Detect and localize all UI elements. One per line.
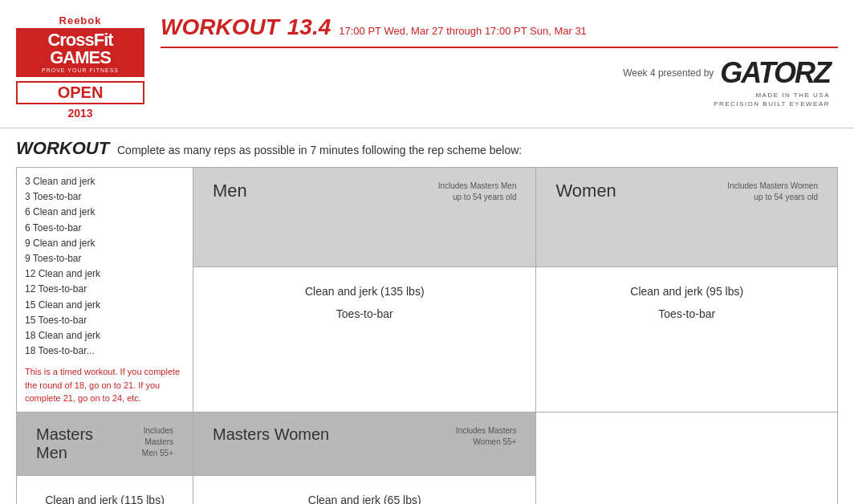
open-text: OPEN (16, 81, 144, 104)
workout-description: WORKOUT Complete as many reps as possibl… (0, 128, 854, 167)
workout-table: 3 Clean and jerk 3 Toes-to-bar 6 Clean a… (16, 167, 838, 504)
masters-women-header-inner: Masters Women Includes Masters Women 55+ (203, 419, 526, 454)
rep-scheme-note: This is a timed workout. If you complete… (25, 365, 185, 405)
table-header-row: 3 Clean and jerk 3 Toes-to-bar 6 Clean a… (17, 168, 838, 267)
workout-title-line: WORKOUT 13.4 17:00 PT Wed, Mar 27 throug… (161, 14, 838, 48)
logo-area: Reebok CrossFit GAMES PROVE YOUR FITNESS… (16, 14, 144, 120)
games-text: GAMES (24, 49, 136, 67)
men-content-cell: Clean and jerk (135 lbs) Toes-to-bar (193, 266, 536, 412)
week-presented-text: Week 4 presented by (623, 67, 714, 79)
women-exercise2: Toes-to-bar (544, 303, 829, 325)
women-category-note: Includes Masters Women up to 54 years ol… (727, 181, 818, 203)
men-exercise1: Clean and jerk (135 lbs) (201, 280, 527, 303)
list-item: 15 Toes-to-bar (25, 313, 185, 328)
women-category-name: Women (555, 181, 616, 201)
workout-desc-title: WORKOUT (16, 138, 109, 158)
list-item: 6 Toes-to-bar (25, 221, 185, 236)
workout-number: 13.4 (287, 14, 331, 40)
workout-header-area: WORKOUT 13.4 17:00 PT Wed, Mar 27 throug… (144, 14, 838, 108)
rep-scheme-column: 3 Clean and jerk 3 Toes-to-bar 6 Clean a… (17, 168, 193, 413)
men-header-cell: Men Includes Masters Men up to 54 years … (193, 168, 536, 267)
gatorz-logo: GATORZ (720, 56, 830, 90)
reebok-text: Reebok (16, 14, 144, 26)
list-item: 12 Toes-to-bar (25, 282, 185, 297)
masters-header-row: Masters Men Includes Masters Men 55+ Mas… (17, 412, 838, 475)
women-content-cell: Clean and jerk (95 lbs) Toes-to-bar (536, 266, 838, 412)
sponsor-area: Week 4 presented by GATORZ MADE IN THE U… (161, 56, 838, 108)
masters-men-header-inner: Masters Men Includes Masters Men 55+ (26, 419, 183, 469)
men-category-note: Includes Masters Men up to 54 years old (438, 181, 517, 203)
list-item: 12 Clean and jerk (25, 266, 185, 282)
masters-women-content-cell: Clean and jerk (65 lbs) Toes-to-bar (193, 475, 536, 504)
masters-men-category-name: Masters Men (36, 425, 119, 462)
masters-men-header-cell: Masters Men Includes Masters Men 55+ (17, 412, 193, 475)
men-header-inner: Men Includes Masters Men up to 54 years … (203, 174, 526, 209)
masters-men-category-note: Includes Masters Men 55+ (119, 425, 173, 459)
masters-women-header-cell: Masters Women Includes Masters Women 55+ (193, 412, 536, 475)
list-item: 15 Clean and jerk (25, 298, 185, 313)
workout-desc-text: Complete as many reps as possible in 7 m… (117, 144, 522, 156)
workout-date: 17:00 PT Wed, Mar 27 through 17:00 PT Su… (339, 25, 587, 37)
gatorz-sub-line2: PRECISION BUILT EYEWEAR (161, 100, 830, 108)
main-table-area: 3 Clean and jerk 3 Toes-to-bar 6 Clean a… (0, 167, 854, 504)
masters-women-category-note: Includes Masters Women 55+ (456, 425, 517, 448)
masters-men-exercise1: Clean and jerk (115 lbs) (25, 489, 185, 504)
rep-scheme-list: 3 Clean and jerk 3 Toes-to-bar 6 Clean a… (25, 174, 185, 359)
women-header-cell: Women Includes Masters Women up to 54 ye… (536, 168, 838, 267)
list-item: 9 Toes-to-bar (25, 251, 185, 266)
gatorz-sub-line1: MADE IN THE USA (161, 91, 830, 99)
crossfit-text: CrossFit (24, 31, 136, 49)
masters-content-row: Clean and jerk (115 lbs) Toes-to-bar Cle… (17, 475, 838, 504)
week-presented-line: Week 4 presented by GATORZ (161, 56, 830, 90)
men-exercise2: Toes-to-bar (201, 303, 527, 325)
men-category-name: Men (213, 181, 247, 201)
list-item: 18 Toes-to-bar... (25, 343, 185, 359)
masters-women-exercise1: Clean and jerk (65 lbs) (201, 489, 527, 504)
crossfit-games-box: CrossFit GAMES PROVE YOUR FITNESS (16, 28, 144, 77)
list-item: 18 Clean and jerk (25, 328, 185, 343)
women-exercise1: Clean and jerk (95 lbs) (544, 280, 829, 303)
list-item: 3 Toes-to-bar (25, 189, 185, 205)
list-item: 3 Clean and jerk (25, 174, 185, 189)
prove-text: PROVE YOUR FITNESS (24, 67, 136, 73)
workout-label: WORKOUT (161, 14, 279, 40)
list-item: 9 Clean and jerk (25, 236, 185, 251)
year-text: 2013 (16, 107, 144, 120)
women-header-inner: Women Includes Masters Women up to 54 ye… (546, 174, 828, 209)
masters-men-content-cell: Clean and jerk (115 lbs) Toes-to-bar (17, 475, 193, 504)
list-item: 6 Clean and jerk (25, 205, 185, 220)
masters-women-category-name: Masters Women (213, 425, 329, 444)
header: Reebok CrossFit GAMES PROVE YOUR FITNESS… (0, 0, 854, 128)
